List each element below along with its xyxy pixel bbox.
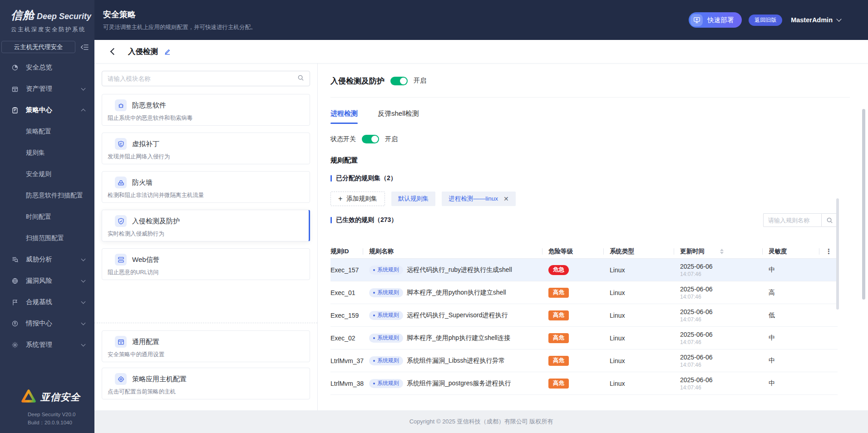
module-card-virtual-patch[interactable]: 虚拟补丁 发现并阻止网络入侵行为 <box>102 133 310 164</box>
system-type: Linux <box>610 335 680 342</box>
sidebar-menu: 安全总览 资产管理 策略中心 策略配置 规则集 <box>0 57 94 355</box>
sidebar-item-rulesets[interactable]: 规则集 <box>0 142 94 163</box>
rules-table: 规则ID 规则名称 危险等级 系统类型 更新时间 灵敏度 ⋮ Exec_157 … <box>330 244 838 395</box>
col-rule-id: 规则ID <box>330 247 369 256</box>
module-desc: 检测和阻止非法访问并微隔离主机流量 <box>108 192 304 199</box>
risk-level-badge: 高危 <box>548 288 569 298</box>
rule-type-badge: 系统规则 <box>369 266 403 275</box>
table-row[interactable]: Exec_02 系统规则 脚本程序_使用php执行建立shell连接 高危 Li… <box>330 327 838 349</box>
module-card-antimalware[interactable]: 防恶意软件 阻止系统中的恶意软件和勒索病毒 <box>102 94 310 126</box>
ruleset-tag-default[interactable]: 默认规则集 <box>391 192 436 206</box>
chevron-down-icon <box>81 300 86 304</box>
module-title: 虚拟补丁 <box>132 140 159 148</box>
quick-deploy-button[interactable]: 快速部署 <box>689 12 742 28</box>
gear-icon <box>11 341 19 349</box>
sidebar-item-compliance-baseline[interactable]: 合规基线 <box>0 291 94 313</box>
module-card-policy-host-config[interactable]: 策略应用主机配置 点击可配置当前策略的主机 <box>102 368 310 399</box>
chevron-down-icon <box>81 321 86 325</box>
add-ruleset-button[interactable]: + 添加规则集 <box>330 192 385 206</box>
sidebar-item-vulnerability-risk[interactable]: 漏洞风险 <box>0 270 94 291</box>
deploy-monitor-icon <box>690 14 703 26</box>
sidebar-item-policy-config[interactable]: 策略配置 <box>0 121 94 142</box>
sidebar-item-system-management[interactable]: 系统管理 <box>0 334 94 355</box>
globe-icon <box>11 277 19 285</box>
sidebar-item-intel-center[interactable]: 情报中心 <box>0 313 94 334</box>
tab-process-detection[interactable]: 进程检测 <box>330 109 358 124</box>
table-row[interactable]: LtrlMvm_38 系统规则 系统组件漏洞_postgres服务进程执行 高危… <box>330 372 838 395</box>
rule-id: Exec_01 <box>330 289 369 296</box>
back-to-old-label: 返回旧版 <box>755 16 776 24</box>
update-date: 2025-06-06 <box>680 376 713 384</box>
chevron-down-icon <box>81 278 86 283</box>
status-toggle[interactable] <box>362 135 379 143</box>
close-icon[interactable]: ✕ <box>503 196 509 202</box>
module-title: 入侵检测及防护 <box>132 217 180 226</box>
rule-search-input[interactable] <box>763 213 821 227</box>
sensitivity: 中 <box>769 334 825 342</box>
ruleset-tag-process-linux[interactable]: 进程检测——linux ✕ <box>442 192 516 206</box>
module-desc: 发现并阻止网络入侵行为 <box>108 153 304 161</box>
column-settings-kebab-icon[interactable]: ⋮ <box>825 247 832 255</box>
table-row[interactable]: Exec_159 系统规则 远程代码执行_Supervisord进程执行 高危 … <box>330 304 838 327</box>
module-search-box <box>102 71 310 86</box>
tab-reverse-shell-detection[interactable]: 反弹shell检测 <box>378 109 419 124</box>
rule-search-button[interactable] <box>821 213 838 227</box>
sidebar-item-security-rules[interactable]: 安全规则 <box>0 163 94 185</box>
rule-type-badge: 系统规则 <box>369 356 403 365</box>
sidebar-collapse-icon[interactable] <box>80 44 89 51</box>
pie-chart-icon <box>11 64 19 71</box>
update-date: 2025-06-06 <box>680 262 713 271</box>
module-card-firewall[interactable]: 防火墙 检测和阻止非法访问并微隔离主机流量 <box>102 171 310 203</box>
feature-status-label: 开启 <box>414 77 426 85</box>
sidebar-item-overview[interactable]: 安全总览 <box>0 57 94 78</box>
back-to-old-version-button[interactable]: 返回旧版 <box>749 15 782 26</box>
settings-box-icon <box>115 336 127 348</box>
col-update-time: 更新时间 <box>680 247 769 256</box>
feature-toggle[interactable] <box>390 77 408 85</box>
mode-selector[interactable]: 云主机无代理安全 <box>1 41 75 53</box>
sidebar-item-antimalware-scan-config[interactable]: 防恶意软件扫描配置 <box>0 185 94 206</box>
update-time: 14:07:46 <box>680 339 713 346</box>
build-number: Build：20.0.9.1040 <box>28 418 94 427</box>
module-card-general-config[interactable]: 通用配置 安全策略中的通用设置 <box>102 330 310 362</box>
module-title: 策略应用主机配置 <box>132 375 187 384</box>
table-row[interactable]: Exec_01 系统规则 脚本程序_使用python执行建立shell 高危 L… <box>330 281 838 304</box>
risk-level-badge: 高危 <box>548 333 569 343</box>
sidebar-item-label: 情报中心 <box>26 319 52 328</box>
module-card-intrusion-detection[interactable]: 入侵检测及防护 实时检测入侵威胁行为 <box>102 210 310 241</box>
table-scrollbar[interactable] <box>836 198 839 310</box>
module-search-input[interactable] <box>108 75 297 82</box>
page-footer: Copyright © 2025 亚信科技（成都）有限公司 版权所有 <box>94 410 868 433</box>
back-icon[interactable] <box>110 48 118 55</box>
update-date: 2025-06-06 <box>680 353 713 362</box>
chevron-down-icon <box>81 86 86 91</box>
edit-pencil-icon[interactable] <box>164 48 171 55</box>
shield-icon <box>115 138 127 150</box>
module-card-web-reputation[interactable]: Web信誉 阻止恶意的URL访问 <box>102 248 310 280</box>
user-menu[interactable]: MasterAdmin <box>791 16 841 24</box>
page-title: 安全策略 <box>103 9 256 20</box>
sensitivity: 中 <box>769 379 825 388</box>
col-rule-name: 规则名称 <box>369 247 548 256</box>
sidebar-item-policy-center[interactable]: 策略中心 <box>0 99 94 121</box>
username: MasterAdmin <box>791 16 833 24</box>
sidebar-item-assets[interactable]: 资产管理 <box>0 78 94 99</box>
firewall-icon <box>115 177 127 188</box>
sidebar-item-scan-scope-config[interactable]: 扫描范围配置 <box>0 227 94 249</box>
table-row[interactable]: Exec_157 系统规则 远程代码执行_ruby进程执行生成shell 危急 … <box>330 259 838 281</box>
shield-check-icon <box>115 215 127 227</box>
system-type: Linux <box>610 357 680 364</box>
table-row[interactable]: LtrlMvm_37 系统规则 系统组件漏洞_Libssh进程执行异常 高危 L… <box>330 349 838 372</box>
rule-type-dot <box>373 269 375 271</box>
col-sensitivity: 灵敏度 <box>769 247 825 256</box>
sort-icon[interactable] <box>720 249 724 254</box>
col-risk-level: 危险等级 <box>548 247 610 256</box>
rule-name: 系统组件漏洞_Libssh进程执行异常 <box>407 357 505 365</box>
module-desc: 实时检测入侵威胁行为 <box>108 230 303 238</box>
sidebar-item-time-config[interactable]: 时间配置 <box>0 206 94 227</box>
sidebar-item-threat-analysis[interactable]: 威胁分析 <box>0 249 94 270</box>
page-scrollbar[interactable] <box>862 109 865 300</box>
sensitivity: 中 <box>769 266 825 274</box>
search-icon[interactable] <box>297 74 304 83</box>
detail-panel: 入侵检测及防护 开启 进程检测 反弹shell检测 状态开关 开启 规则配置 已… <box>318 64 868 410</box>
